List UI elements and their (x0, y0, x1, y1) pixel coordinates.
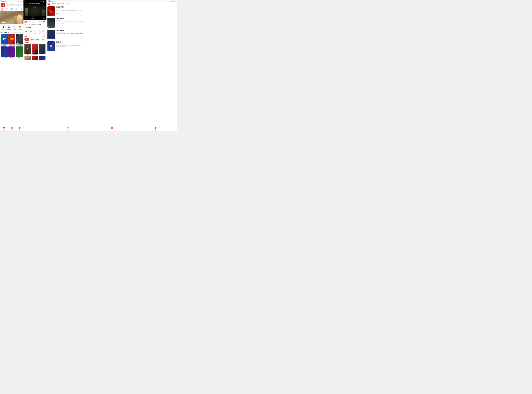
more-icon[interactable]: ••• (44, 3, 46, 5)
ranking-info-4: 坚如磐石 2023 / 电影 / 坚如磐石、侦查、之旅、悦... 金江市副市长赵… (56, 41, 176, 47)
more-rec-3[interactable]: 天道 (39, 56, 46, 60)
icon-theme[interactable]: 🎨 主题切换 (18, 25, 22, 30)
status-icons-rankings: 392K/s 📶 78 (170, 1, 176, 2)
video-tab[interactable]: 视频 (25, 20, 27, 23)
episode-all[interactable]: 全30集 › (42, 36, 46, 37)
rankings-tab-short[interactable]: 短剧榜 (65, 3, 69, 5)
tab-tv[interactable]: 电视剧 (9, 8, 14, 10)
rankings-tab-movie[interactable]: 电影榜 (47, 3, 51, 5)
status-bar-rankings: 晚上10:22 392K/s 📶 78 (47, 0, 177, 2)
tab-anime[interactable]: 动漫 (19, 8, 22, 10)
home-nav-label: 首页 (3, 130, 5, 131)
rankings-tab-tv[interactable]: 电视剧榜 (51, 3, 56, 5)
more-thumb-3: 天道 (39, 56, 46, 60)
ranking-item-3[interactable]: 三大队 12.15 三大队 电影版 2023 / 电影 / 电影 刑侦大队队长程… (47, 29, 177, 40)
dot-1 (20, 23, 20, 24)
video-scene (23, 5, 47, 16)
screen-size-button[interactable]: ⊡ (42, 18, 44, 19)
bottom-nav-mine-btn[interactable]: 👤 我的 (16, 126, 23, 131)
player-control-row: ⏸ 00:19:32 / 00:46:46 ⊡ ⛶ (25, 18, 46, 19)
series-title: 繁花 国语版 (25, 27, 31, 28)
banner-home[interactable]: 玉才 能 长风渡 全新上映 (0, 11, 23, 24)
progress-bar[interactable]: 一点钟了 (25, 17, 46, 17)
download-button[interactable]: ⬇ (20, 4, 22, 6)
tab-variety[interactable]: 综艺 (15, 8, 18, 10)
more-thumb-1: 长风渡 (25, 56, 31, 60)
mine-icon-rankings: 👤 (154, 127, 157, 129)
bottom-nav-ranking-btn[interactable]: ▦ 排行榜 (8, 126, 16, 131)
movie-item-tv[interactable]: TV 电视直播 (1, 34, 8, 46)
recommend-item-fanhua[interactable]: 繁 繁花 (25, 44, 31, 55)
rankings-tab-anime[interactable]: 动漫榜 (61, 3, 65, 5)
dot-3 (22, 23, 22, 24)
icon-history[interactable]: 🕐 历史记录 (13, 25, 16, 30)
ranking-item-2[interactable]: 三大队 12.15 三大队 电影版 2023 / 电影 刑侦大队队长程兵（张译饰… (47, 17, 177, 29)
history-search-button[interactable]: 🕐 (17, 4, 19, 6)
back-button[interactable]: ‹ (25, 3, 25, 5)
official-link[interactable]: 官方网站www.ruoxinew.com (13, 32, 22, 33)
bottom-nav-mine-rankings[interactable]: 👤 我的 (134, 126, 177, 131)
episode-btn-4[interactable]: 第04集 (41, 38, 46, 41)
episode-btn-1[interactable]: 第01集 (25, 38, 29, 41)
notice-icon: ℹ (3, 26, 4, 28)
episode-header: 选集 全30集 › (25, 36, 46, 38)
rankings-tab-variety[interactable]: 综艺榜 (57, 3, 60, 5)
player-content: 视频 评论 点我发弹幕 弹 来源，尝试试，如若还不行，可以反馈~ 繁花 国语版 … (23, 20, 47, 131)
episode-btn-3[interactable]: 第03集 (35, 38, 40, 41)
recommend-item-minglong[interactable]: 鸣龙少年 鸣龙少年 (32, 44, 38, 55)
video-figure-left (25, 8, 28, 16)
more-rec-2[interactable]: 画江湖 (32, 56, 38, 60)
movie-item-sanda2[interactable]: 三大队 TC 三大队 女将 (1, 47, 8, 59)
ranking-nav-label-rankings: 排行榜 (110, 130, 114, 131)
episode-btn-2[interactable]: 第02集 (30, 38, 35, 41)
search-input[interactable]: 🔍 消失的她 (5, 4, 16, 6)
tab-movie[interactable]: 电影 (5, 8, 8, 10)
cast-icon[interactable]: ⊙ (42, 3, 43, 5)
status-bar-home: 晚上10:22 1.8M/s 📶 78 (0, 0, 23, 2)
movie-item-sanda[interactable]: 三大队 TC抢先版 三大队 电影版 (16, 34, 23, 46)
ranking-poster-3: 三大队 12.15 (47, 30, 55, 39)
movie-item-other[interactable]: 格局 完结 梯队 (16, 47, 23, 59)
action-collect[interactable]: ♡ 收藏 (38, 30, 41, 34)
bottom-nav-home-btn[interactable]: ⊡ 首页 (0, 126, 8, 131)
movie-item-jianru[interactable]: 坚如磐石 完结 坚如磐石 (8, 47, 15, 59)
ranking-item-4[interactable]: 坚如磐石 坚如磐石 2023 / 电影 / 坚如磐石、侦查、之旅、悦... 金江… (47, 40, 177, 52)
movie-title-sanda2: 三大队 女将 (1, 57, 8, 58)
movie-grid: TV 电视直播 国漫跨年恭迎 天罡 蓝光 画江湖之天罡 三大队 TC抢先版 三大… (0, 34, 23, 59)
fullscreen-button[interactable]: ⛶ (44, 18, 46, 19)
recommend-item-sanda-rec[interactable]: 三大队 三大队 (39, 44, 46, 55)
movie-item-huajiang[interactable]: 国漫跨年恭迎 天罡 蓝光 画江湖之天罡 (8, 34, 15, 46)
play-pause-button[interactable]: ⏸ (25, 18, 26, 19)
bottom-nav-home-rankings[interactable]: ⊡ 首页 (47, 126, 90, 131)
more-rec-1[interactable]: 长风渡 (25, 56, 31, 60)
search-action-buttons: 🕐 ⬇ (17, 4, 22, 6)
tab-recommend[interactable]: 推荐 (1, 8, 4, 10)
movie-thumb-sanda2: 三大队 TC (1, 47, 8, 57)
theme-icon: 🎨 (19, 26, 21, 28)
panel-home: 晚上10:22 1.8M/s 📶 78 若 🔍 消失的她 🕐 ⬇ 推荐 电影 电… (0, 0, 23, 131)
history-icon: 🕐 (13, 26, 16, 28)
banner-title: 长风渡 (1, 21, 5, 23)
video-area[interactable] (23, 5, 47, 16)
notice-label: 注意事项 (2, 29, 5, 30)
danmu-button[interactable]: 点我发弹幕 弹 (37, 20, 46, 23)
bottom-nav-ranking-rankings[interactable]: ▦ 排行榜 (90, 126, 134, 131)
action-download[interactable]: ⬇ 下载 (33, 30, 37, 34)
ranking-meta-4: 2023 / 电影 / 坚如磐石、侦查、之旅、悦... (56, 43, 176, 44)
action-cuigeng[interactable]: 📺 催更 (25, 30, 28, 34)
network-speed-home: 1.8M/s (17, 1, 19, 2)
action-huanyuan[interactable]: 🔄 换源 (29, 30, 32, 34)
ranking-nav-label-home: 排行榜 (10, 130, 13, 131)
episode-section: 选集 全30集 › 第01集 第02集 第03集 第04集 (23, 35, 47, 41)
ranking-item-1[interactable]: 国漫跨年 恭迎 天罡 画江湖之天罡 2023 / 电影 / 电影 大闹年间，时局… (47, 5, 177, 17)
recommend-title: 猜你喜欢 (25, 42, 46, 43)
danmu-label: 点我发弹幕 (38, 21, 42, 22)
action-share[interactable]: ↗ 分享 (42, 30, 45, 34)
intro-link[interactable]: 简介 (43, 27, 46, 28)
search-bar: 若 🔍 消失的她 🕐 ⬇ (0, 2, 23, 8)
comment-tab[interactable]: 评论 (28, 20, 30, 23)
icon-notice[interactable]: ℹ 注意事项 (2, 25, 5, 30)
icon-tv-live[interactable]: 📺 电视直播 (7, 25, 11, 30)
total-time: 00:46:46 (31, 18, 34, 19)
movie-badge-other: 完结 (21, 47, 22, 48)
